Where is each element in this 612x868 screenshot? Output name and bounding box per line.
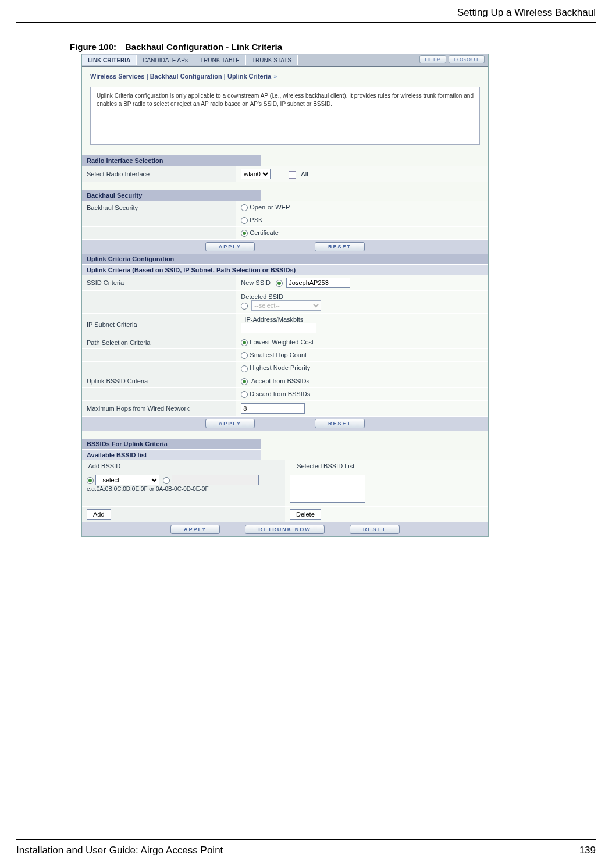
- radio-accept-bssids[interactable]: [241, 378, 248, 385]
- all-checkbox[interactable]: [289, 171, 296, 179]
- new-ssid-input[interactable]: [286, 278, 350, 288]
- label-uplink-bssid: Uplink BSSID Criteria: [82, 375, 236, 387]
- opt-lowest-cost: Lowest Weighted Cost: [250, 339, 314, 346]
- subhead-uplink-criteria: Uplink Criteria (Based on SSID, IP Subne…: [82, 265, 488, 275]
- reset-button-1[interactable]: RESET: [315, 242, 365, 251]
- apply-button-2[interactable]: APPLY: [205, 419, 255, 428]
- delete-button[interactable]: [290, 509, 321, 520]
- selected-bssid-listbox[interactable]: [290, 475, 365, 503]
- footer-rule: [16, 839, 596, 840]
- section-bssids: BSSIDs For Uplink Criteria: [82, 439, 261, 450]
- page-number: 139: [579, 845, 596, 856]
- subhead-available-bssid: Available BSSID list: [82, 450, 261, 460]
- section-uplink-config: Uplink Criteria Configuration: [82, 254, 488, 265]
- opt-open-wep: Open-or-WEP: [250, 204, 290, 211]
- retrunk-button[interactable]: RETRUNK NOW: [245, 525, 325, 534]
- label-ip-header: IP-Address/Maskbits: [244, 316, 303, 323]
- radio-psk[interactable]: [241, 217, 248, 224]
- tab-trunk-table[interactable]: TRUNK TABLE: [194, 55, 246, 65]
- detected-ssid-select[interactable]: --select--: [251, 300, 321, 311]
- radio-add-bssid-select[interactable]: [87, 477, 94, 484]
- opt-certificate: Certificate: [250, 229, 279, 236]
- label-new-ssid: New SSID: [241, 279, 271, 286]
- breadcrumb: Wireless Services | Backhaul Configurati…: [82, 67, 488, 83]
- apply-button-3[interactable]: APPLY: [170, 525, 220, 534]
- radio-smallest-hop[interactable]: [241, 352, 248, 359]
- add-bssid-select[interactable]: --select--: [95, 475, 159, 485]
- breadcrumb-arrow-icon: »: [273, 73, 276, 80]
- max-hops-input[interactable]: [241, 403, 305, 414]
- opt-smallest-hop: Smallest Hop Count: [250, 351, 307, 358]
- label-ssid-criteria: SSID Criteria: [82, 275, 236, 291]
- label-path-selection: Path Selection Criteria: [82, 336, 236, 349]
- apply-button-1[interactable]: APPLY: [205, 242, 255, 251]
- footer-left: Installation and User Guide: Airgo Acces…: [16, 845, 223, 856]
- add-bssid-text-input[interactable]: [172, 475, 259, 485]
- tab-candidate-aps[interactable]: CANDIDATE APs: [137, 55, 194, 65]
- help-button[interactable]: HELP: [419, 55, 446, 63]
- section-backhaul-security: Backhaul Security: [82, 190, 261, 201]
- radio-discard-bssids[interactable]: [241, 391, 248, 398]
- radio-detected-ssid[interactable]: [241, 303, 248, 310]
- uplink-button-row: APPLY RESET: [82, 417, 488, 431]
- figure-caption: Figure 100: Backhaul Configuration - Lin…: [70, 42, 282, 52]
- opt-accept-bssids: Accept from BSSIDs: [251, 378, 309, 385]
- all-label: All: [301, 170, 308, 177]
- logout-button[interactable]: LOGOUT: [449, 55, 485, 63]
- radio-lowest-cost[interactable]: [241, 339, 248, 346]
- add-button[interactable]: [87, 509, 111, 520]
- bssid-button-row: APPLY RETRUNK NOW RESET: [82, 522, 488, 536]
- label-selected-bssid-list: Selected BSSID List: [297, 463, 354, 469]
- bssid-table: Add BSSID Selected BSSID List --select--…: [82, 460, 488, 522]
- opt-discard-bssids: Discard from BSSIDs: [250, 390, 310, 397]
- header-rule: [16, 22, 596, 23]
- opt-psk: PSK: [250, 216, 262, 223]
- radio-new-ssid[interactable]: [276, 280, 283, 287]
- radio-highest-priority[interactable]: [241, 365, 248, 372]
- radio-interface-table: Select Radio Interface wlan0 All: [82, 166, 488, 182]
- radio-certificate[interactable]: [241, 230, 248, 237]
- radio-add-bssid-text[interactable]: [163, 477, 170, 484]
- tab-bar: LINK CRITERIA CANDIDATE APs TRUNK TABLE …: [82, 54, 488, 67]
- backhaul-security-table: Backhaul Security Open-or-WEP PSK Certif…: [82, 201, 488, 240]
- breadcrumb-a: Wireless Services: [90, 73, 144, 80]
- label-add-bssid: Add BSSID: [88, 463, 120, 469]
- info-box: Uplink Criteria configuration is only ap…: [90, 87, 480, 145]
- breadcrumb-c: Uplink Criteria: [227, 73, 271, 80]
- label-ip-subnet: IP Subnet Criteria: [82, 314, 236, 336]
- app-window: LINK CRITERIA CANDIDATE APs TRUNK TABLE …: [81, 54, 489, 537]
- radio-interface-select[interactable]: wlan0: [241, 169, 271, 179]
- label-backhaul-security: Backhaul Security: [82, 201, 236, 214]
- reset-button-3[interactable]: RESET: [350, 525, 400, 534]
- radio-open-wep[interactable]: [241, 204, 248, 211]
- reset-button-2[interactable]: RESET: [315, 419, 365, 428]
- ip-subnet-input[interactable]: [241, 323, 316, 333]
- running-header: Setting Up a Wireless Backhaul: [457, 7, 596, 19]
- uplink-criteria-table: SSID Criteria New SSID Detected SSID --s…: [82, 275, 488, 416]
- label-max-hops: Maximum Hops from Wired Network: [82, 400, 236, 416]
- section-radio-interface: Radio Interface Selection: [82, 155, 261, 166]
- label-detected-ssid: Detected SSID: [241, 293, 283, 300]
- tab-link-criteria[interactable]: LINK CRITERIA: [82, 55, 137, 65]
- label-select-radio: Select Radio Interface: [82, 166, 236, 182]
- tab-trunk-stats[interactable]: TRUNK STATS: [246, 55, 298, 65]
- breadcrumb-b: Backhaul Configuration: [150, 73, 222, 80]
- opt-highest-priority: Highest Node Priority: [250, 364, 310, 371]
- bssid-example: e.g.0A:0B:0C:0D:0E:0F or 0A-0B-0C-0D-0E-…: [87, 486, 209, 492]
- security-button-row: APPLY RESET: [82, 240, 488, 254]
